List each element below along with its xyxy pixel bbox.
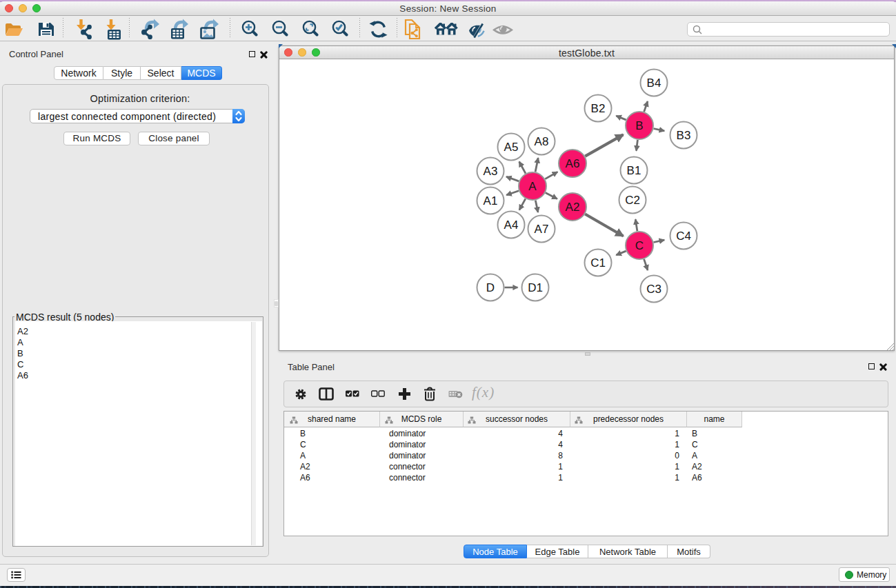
svg-text:B3: B3 bbox=[677, 129, 691, 142]
svg-text:C1: C1 bbox=[590, 256, 606, 270]
svg-text:B: B bbox=[635, 119, 643, 132]
svg-text:B2: B2 bbox=[591, 102, 606, 115]
svg-text:A3: A3 bbox=[484, 165, 498, 178]
svg-text:C3: C3 bbox=[646, 283, 661, 296]
svg-text:A7: A7 bbox=[535, 223, 549, 236]
svg-text:A5: A5 bbox=[504, 141, 519, 154]
svg-text:A2: A2 bbox=[566, 201, 580, 214]
svg-text:B1: B1 bbox=[627, 164, 641, 177]
svg-text:A6: A6 bbox=[566, 157, 580, 170]
svg-text:D: D bbox=[486, 281, 495, 294]
svg-text:A8: A8 bbox=[535, 135, 549, 148]
svg-text:C: C bbox=[635, 239, 644, 252]
svg-text:B4: B4 bbox=[647, 77, 661, 90]
svg-text:C2: C2 bbox=[625, 194, 640, 207]
svg-text:C4: C4 bbox=[676, 230, 691, 243]
svg-text:A: A bbox=[528, 180, 537, 193]
svg-text:D1: D1 bbox=[528, 281, 543, 294]
svg-text:A1: A1 bbox=[484, 194, 498, 207]
svg-text:A4: A4 bbox=[504, 219, 519, 232]
